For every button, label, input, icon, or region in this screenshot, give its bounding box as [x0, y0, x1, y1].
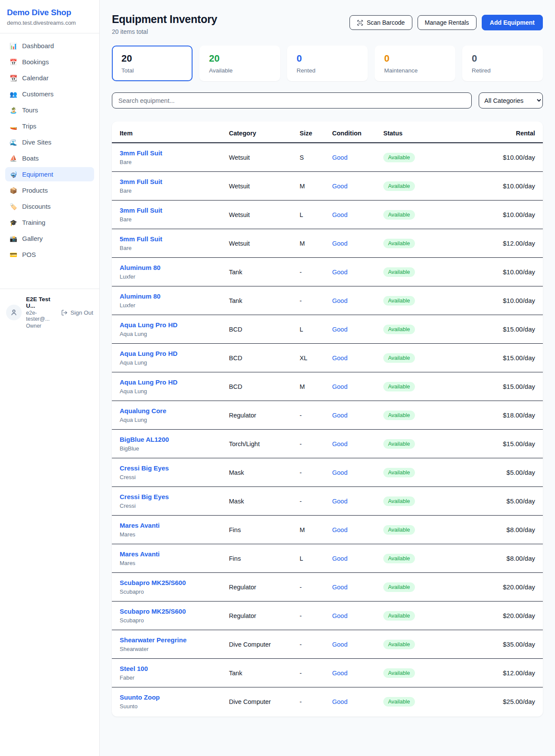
item-condition-link[interactable]: Good	[332, 641, 347, 648]
item-name-link[interactable]: Aluminum 80	[120, 293, 213, 300]
table-row: BigBlue AL1200 BigBlue Torch/Light - Goo…	[112, 430, 543, 458]
item-brand: Bare	[120, 245, 213, 251]
item-name-link[interactable]: Mares Avanti	[120, 522, 213, 529]
add-equipment-button[interactable]: Add Equipment	[482, 15, 543, 30]
item-condition-link[interactable]: Good	[332, 698, 347, 705]
item-name-link[interactable]: Scubapro MK25/S600	[120, 579, 213, 586]
table-row: Aqua Lung Pro HD Aqua Lung BCD M Good Av…	[112, 372, 543, 401]
sidebar-item-dive-sites[interactable]: 🌊 Dive Sites	[5, 135, 94, 149]
sidebar-item-boats[interactable]: ⛵ Boats	[5, 151, 94, 165]
item-condition-link[interactable]: Good	[332, 526, 347, 533]
user-role: Owner	[26, 323, 57, 329]
item-name-link[interactable]: Mares Avanti	[120, 550, 213, 558]
item-name-link[interactable]: BigBlue AL1200	[120, 436, 213, 443]
item-condition-link[interactable]: Good	[332, 412, 347, 419]
sidebar-item-bookings[interactable]: 📅 Bookings	[5, 55, 94, 69]
item-condition-link[interactable]: Good	[332, 440, 347, 447]
table-row: 3mm Full Suit Bare Wetsuit M Good Availa…	[112, 172, 543, 201]
stat-card-maintenance[interactable]: 0 Maintenance	[375, 46, 455, 81]
sidebar-item-training[interactable]: 🎓 Training	[5, 215, 94, 230]
item-name-link[interactable]: 3mm Full Suit	[120, 149, 213, 157]
item-name-link[interactable]: 3mm Full Suit	[120, 178, 213, 185]
package-icon: 📦	[10, 187, 17, 194]
sidebar-item-pos[interactable]: 💳 POS	[5, 247, 94, 262]
item-condition-link[interactable]: Good	[332, 670, 347, 677]
sidebar-item-tours[interactable]: 🏝️ Tours	[5, 103, 94, 117]
sidebar-item-customers[interactable]: 👥 Customers	[5, 87, 94, 101]
item-name-link[interactable]: Aqualung Core	[120, 407, 213, 414]
wave-icon: 🌊	[10, 139, 17, 146]
search-input[interactable]	[112, 92, 472, 108]
table-row: Aqualung Core Aqua Lung Regulator - Good…	[112, 401, 543, 430]
sidebar-item-equipment[interactable]: 🤿 Equipment	[5, 167, 94, 181]
item-name-link[interactable]: Scubapro MK25/S600	[120, 608, 213, 615]
item-condition-link[interactable]: Good	[332, 383, 347, 390]
sidebar-item-label: Bookings	[22, 58, 49, 66]
item-name-link[interactable]: 5mm Full Suit	[120, 235, 213, 243]
sidebar-item-dashboard[interactable]: 📊 Dashboard	[5, 39, 94, 53]
item-condition-link[interactable]: Good	[332, 555, 347, 562]
item-size: L	[292, 201, 324, 229]
item-condition-link[interactable]: Good	[332, 211, 347, 218]
item-category: BCD	[221, 372, 292, 401]
person-icon	[10, 309, 18, 316]
item-name-link[interactable]: Aluminum 80	[120, 264, 213, 271]
sidebar-item-calendar[interactable]: 📆 Calendar	[5, 71, 94, 85]
item-condition-link[interactable]: Good	[332, 584, 347, 591]
item-condition-link[interactable]: Good	[332, 297, 347, 304]
item-name-link[interactable]: Aqua Lung Pro HD	[120, 321, 213, 329]
item-brand: Aqua Lung	[120, 359, 213, 366]
item-condition-link[interactable]: Good	[332, 154, 347, 161]
item-brand: Aqua Lung	[120, 331, 213, 337]
people-icon: 👥	[10, 91, 17, 98]
item-brand: Shearwater	[120, 646, 213, 652]
stat-card-retired[interactable]: 0 Retired	[462, 46, 543, 81]
status-badge: Available	[383, 611, 415, 621]
table-row: Aluminum 80 Luxfer Tank - Good Available…	[112, 286, 543, 315]
item-name-link[interactable]: Cressi Big Eyes	[120, 464, 213, 472]
stat-card-total[interactable]: 20 Total	[112, 46, 193, 81]
manage-rentals-button[interactable]: Manage Rentals	[418, 15, 477, 30]
sidebar-item-label: Boats	[22, 154, 39, 162]
item-name-link[interactable]: Steel 100	[120, 665, 213, 672]
item-condition-link[interactable]: Good	[332, 183, 347, 190]
item-rental-rate: $8.00/day	[443, 516, 543, 544]
item-name-link[interactable]: Suunto Zoop	[120, 694, 213, 701]
item-size: -	[292, 602, 324, 630]
sidebar-item-trips[interactable]: 🚤 Trips	[5, 119, 94, 133]
category-filter-select[interactable]: All Categories	[479, 92, 543, 108]
stat-card-available[interactable]: 20 Available	[199, 46, 280, 81]
sidebar-item-discounts[interactable]: 🏷️ Discounts	[5, 199, 94, 214]
item-rental-rate: $18.00/day	[443, 401, 543, 430]
sidebar-item-gallery[interactable]: 📸 Gallery	[5, 231, 94, 246]
item-brand: Bare	[120, 187, 213, 194]
item-rental-rate: $15.00/day	[443, 315, 543, 344]
item-condition-link[interactable]: Good	[332, 612, 347, 619]
item-condition-link[interactable]: Good	[332, 240, 347, 247]
status-badge: Available	[383, 353, 415, 363]
item-category: BCD	[221, 344, 292, 372]
table-row: 3mm Full Suit Bare Wetsuit S Good Availa…	[112, 143, 543, 172]
item-condition-link[interactable]: Good	[332, 269, 347, 276]
sidebar-item-products[interactable]: 📦 Products	[5, 183, 94, 197]
calendar-icon: 📅	[10, 59, 17, 66]
item-name-link[interactable]: Shearwater Peregrine	[120, 636, 213, 644]
sign-out-button[interactable]: Sign Out	[61, 309, 93, 316]
item-size: -	[292, 687, 324, 716]
shop-domain: demo.test.divestreams.com	[7, 20, 92, 26]
item-rental-rate: $10.00/day	[443, 201, 543, 229]
stat-card-rented[interactable]: 0 Rented	[287, 46, 368, 81]
item-name-link[interactable]: Cressi Big Eyes	[120, 493, 213, 500]
sidebar-item-label: Calendar	[22, 74, 49, 82]
sidebar-item-label: Products	[22, 187, 48, 194]
item-condition-link[interactable]: Good	[332, 326, 347, 333]
item-name-link[interactable]: Aqua Lung Pro HD	[120, 378, 213, 386]
item-rental-rate: $15.00/day	[443, 372, 543, 401]
item-condition-link[interactable]: Good	[332, 355, 347, 362]
item-condition-link[interactable]: Good	[332, 498, 347, 505]
item-condition-link[interactable]: Good	[332, 469, 347, 476]
item-name-link[interactable]: Aqua Lung Pro HD	[120, 350, 213, 357]
scan-barcode-button[interactable]: Scan Barcode	[349, 15, 412, 30]
item-name-link[interactable]: 3mm Full Suit	[120, 207, 213, 214]
item-brand: Cressi	[120, 474, 213, 480]
